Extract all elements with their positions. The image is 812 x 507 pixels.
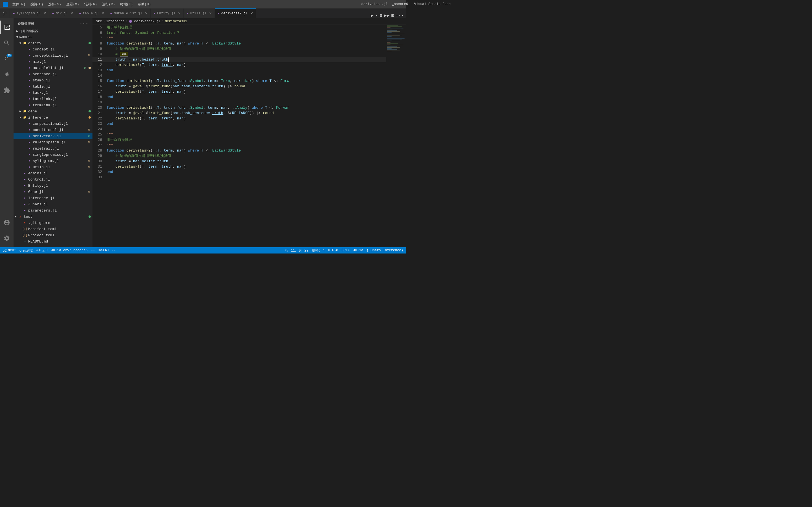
status-line-col[interactable]: 行 11, 列 29	[285, 248, 308, 253]
tree-item-ruletrait[interactable]: ● ruletrait.jl	[13, 145, 93, 152]
activity-settings[interactable]	[0, 231, 13, 245]
line-content-26[interactable]: 用于双前提推理	[107, 137, 386, 143]
tree-item-admins[interactable]: ● Admins.jl	[13, 170, 93, 176]
tree-item-derivetask[interactable]: ● derivetask.jl U	[13, 133, 93, 139]
status-branch[interactable]: ⎇ dev*	[3, 248, 16, 252]
tree-item-stamp[interactable]: ● stamp.jl	[13, 77, 93, 83]
tab-utils-close[interactable]: ×	[209, 11, 211, 16]
tab-jl[interactable]: jl	[0, 8, 10, 18]
line-content-20[interactable]: function derivetask1(::T, truth_func::Sy…	[107, 105, 386, 110]
line-content-8[interactable]: function derivetask1(::T, term, nar) whe…	[107, 41, 386, 46]
line-content-18[interactable]: end	[107, 94, 386, 100]
tree-item-gene-root[interactable]: ● Gene.jl M	[13, 189, 93, 195]
tab-mutablelist-close[interactable]: ×	[145, 11, 147, 16]
tree-item-junars[interactable]: ● Junars.jl	[13, 201, 93, 207]
tree-item-conditional[interactable]: ● conditional.jl M	[13, 127, 93, 133]
layout-icon[interactable]: ⊞	[380, 13, 383, 18]
tree-item-concept[interactable]: ● concept.jl	[13, 46, 93, 52]
tree-item-task[interactable]: ● task.jl	[13, 90, 93, 96]
line-content-17[interactable]: derivetask!(T, term, truth, nar)	[107, 89, 386, 94]
line-content-11[interactable]: truth = nar.belief.truth	[107, 57, 386, 62]
tree-item-mutablelist[interactable]: ● mutablelist.jl U	[13, 65, 93, 71]
breadcrumb-inference[interactable]: inference	[106, 19, 124, 23]
breadcrumb-file[interactable]: derivetask.jl	[129, 19, 161, 23]
status-julia-env[interactable]: Julia env: nacore6	[51, 248, 88, 252]
tree-item-gitignore[interactable]: ● .gitignore	[13, 220, 93, 226]
tab-mix[interactable]: ● mix.jl ×	[49, 8, 76, 18]
line-content-25[interactable]: """	[107, 132, 386, 137]
status-scope[interactable]: (Junars.Inference)	[366, 248, 403, 252]
line-content-7[interactable]: """	[107, 36, 386, 41]
menu-help[interactable]: 帮助(H)	[136, 1, 153, 7]
open-editors-section[interactable]: ▶ 打开的编辑器	[13, 28, 93, 34]
tab-syllogism-close[interactable]: ×	[44, 11, 46, 16]
status-sync[interactable]: ↻ 0△0▽2	[19, 248, 33, 252]
tree-item-manifest[interactable]: [T] Manifest.toml	[13, 226, 93, 232]
menu-view[interactable]: 查看(V)	[64, 1, 82, 7]
line-content-15[interactable]: function derivetask1(::T, truth_func::Sy…	[107, 78, 386, 83]
line-content-6[interactable]: truth_func:: Symbol or Function ?	[107, 30, 386, 36]
menu-select[interactable]: 选择(S)	[46, 1, 63, 7]
line-content-12[interactable]: derivetask!(T, term, truth, nar)	[107, 62, 386, 68]
line-content-31[interactable]: derivetask!(T, term, truth, nar)	[107, 164, 386, 169]
line-content-10[interactable]: # BUG	[107, 52, 386, 57]
tree-item-ruledispatch[interactable]: ● ruledispatch.jl M	[13, 139, 93, 145]
activity-run-debug[interactable]	[0, 68, 13, 81]
tree-item-singlepremise[interactable]: ● singlepremise.jl	[13, 152, 93, 158]
run-step-icon[interactable]: ⬩	[375, 13, 378, 18]
tab-table-close[interactable]: ×	[102, 11, 104, 16]
tree-item-parameters[interactable]: ● parameters.jl	[13, 207, 93, 214]
line-content-32[interactable]: end	[107, 169, 386, 175]
code-editor[interactable]: 5 用于单前提推理 6 truth_func:: Symbol or Funct…	[93, 25, 386, 247]
activity-explorer[interactable]	[0, 20, 13, 34]
menu-edit[interactable]: 编辑(E)	[28, 1, 46, 7]
line-content-29[interactable]: # 这里的真值只是用来计算预算值	[107, 153, 386, 159]
status-lang[interactable]: Julia	[353, 248, 363, 252]
activity-source-control[interactable]: 15	[0, 52, 13, 66]
line-content-22[interactable]: derivetask!(T, term, truth, nar)	[107, 116, 386, 121]
tab-table[interactable]: ● table.jl ×	[76, 8, 107, 18]
run-icon[interactable]: ▶	[371, 13, 373, 18]
line-content-23[interactable]: end	[107, 121, 386, 126]
tree-item-syllogism[interactable]: ● syllogism.jl M	[13, 158, 93, 164]
tree-item-entity-root[interactable]: ● Entity.jl	[13, 182, 93, 189]
tree-item-table[interactable]: ● table.jl	[13, 83, 93, 90]
tree-item-inference-folder[interactable]: ▼ 📁 inference	[13, 114, 93, 121]
tree-item-gene-folder[interactable]: ▶ 📁 gene	[13, 108, 93, 114]
line-content-30[interactable]: truth = nar.belief.truth	[107, 159, 386, 164]
root-section[interactable]: ▼ NACORE6	[13, 34, 93, 40]
line-content-5[interactable]: 用于单前提推理	[107, 25, 386, 30]
split-icon[interactable]: ⊡	[391, 13, 394, 18]
status-errors[interactable]: ⊗ 0 ⚠ 0	[36, 248, 48, 252]
line-content-21[interactable]: truth = @eval $truth_func(nar.task_sente…	[107, 110, 386, 116]
line-content-13[interactable]: end	[107, 68, 386, 73]
activity-account[interactable]	[0, 216, 13, 229]
tree-item-utils-inf[interactable]: ● utils.jl M	[13, 164, 93, 170]
tree-item-tasklink[interactable]: ● tasklink.jl	[13, 96, 93, 102]
tree-item-test-folder[interactable]: ▶ ⚠ test	[13, 214, 93, 220]
tree-item-project[interactable]: [T] Project.toml	[13, 232, 93, 238]
tree-item-control[interactable]: ● Control.jl	[13, 176, 93, 182]
status-encoding[interactable]: UTF-8	[328, 248, 338, 252]
tab-derivetask-close[interactable]: ×	[250, 11, 253, 16]
activity-search[interactable]	[0, 36, 13, 50]
sidebar-more[interactable]: ···	[80, 21, 89, 26]
line-content-9[interactable]: # 这里的真值只是用来计算预算值	[107, 46, 386, 52]
tab-syllogism[interactable]: ● syllogism.jl ×	[10, 8, 49, 18]
tab-derivetask[interactable]: ● derivetask.jl ×	[215, 8, 256, 18]
menu-goto[interactable]: 转到(G)	[82, 1, 99, 7]
tree-item-inference-root[interactable]: ● Inference.jl	[13, 195, 93, 201]
activity-extensions[interactable]	[0, 83, 13, 97]
tab-utils[interactable]: ● utils.jl ×	[184, 8, 214, 18]
line-content-16[interactable]: truth = @eval $truth_func(nar.task_sente…	[107, 83, 386, 89]
tree-item-readme[interactable]: ─ README.md	[13, 238, 93, 244]
tree-item-mix[interactable]: ● mix.jl	[13, 59, 93, 65]
status-spaces[interactable]: 空格: 4	[312, 248, 325, 253]
tab-mutablelist[interactable]: ● mutablelist.jl ×	[107, 8, 150, 18]
tree-item-compositional[interactable]: ● compositional.jl	[13, 121, 93, 127]
tree-item-termlink[interactable]: ● termlink.jl	[13, 102, 93, 108]
tree-item-entity-folder[interactable]: ▼ 📁 entity	[13, 40, 93, 46]
breadcrumb-src[interactable]: src	[96, 19, 102, 23]
run-all-icon[interactable]: ▶▶	[384, 13, 389, 18]
tab-entity[interactable]: ● Entity.jl ×	[151, 8, 184, 18]
